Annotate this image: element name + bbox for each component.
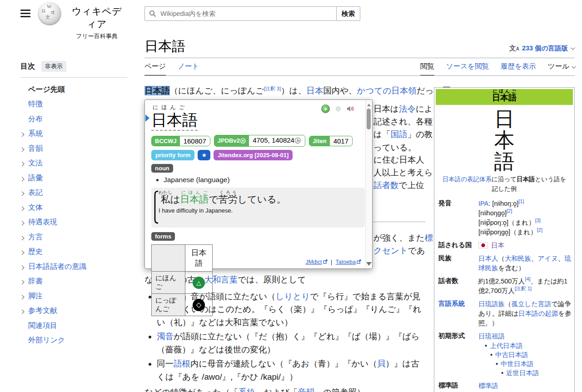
reference-link[interactable]: [注釈 1] [515,286,532,291]
search-input[interactable] [144,6,337,21]
reference-link[interactable]: [2] [507,208,512,213]
reference-link[interactable]: [1] [518,198,524,204]
chevron-right-icon[interactable] [20,280,24,284]
inline-link[interactable]: 法令 [399,104,416,114]
toc-item[interactable]: 参考文献 [20,304,127,319]
toc-item[interactable]: 外部リンク [20,333,127,348]
chevron-right-icon[interactable] [20,177,24,181]
tab-read[interactable]: 閲覧 [420,62,434,75]
tatoeba-link[interactable]: Tatoeba [336,259,356,265]
chevron-right-icon[interactable] [20,310,24,314]
wikipedia-logo[interactable]: WΩヰ文 [38,2,61,25]
scroll-up-icon[interactable] [367,104,371,106]
toc-item[interactable]: 脚注 [20,289,127,304]
inline-link[interactable]: 日琉語族 [478,300,505,308]
inline-link[interactable]: IPA [478,200,488,207]
inline-link[interactable]: 標 [425,233,433,243]
add-note-button[interactable]: + [321,104,330,113]
chevron-right-icon[interactable] [20,295,24,299]
tab-talk[interactable]: ノート [178,62,199,75]
inline-link[interactable]: 日琉祖語 [478,332,505,340]
inline-link[interactable]: 話者数 [373,180,399,190]
scrollbar-thumb[interactable] [367,109,371,129]
inline-link[interactable]: 濁音 [157,332,174,341]
toc-item[interactable]: 歴史 [20,245,127,260]
jmdict-link[interactable]: JMdict [305,259,322,265]
language-selector[interactable]: 文A 233 個の言語版 [509,44,574,53]
toc-item[interactable]: 語彙 [20,171,127,186]
chevron-right-icon[interactable] [20,133,24,137]
reference-link[interactable]: [注釈 3] [264,86,281,91]
toc-item[interactable]: 文法 [20,156,127,171]
tab-tools[interactable]: ツール [548,62,575,75]
toc-item[interactable]: 方言 [20,230,127,245]
toc-item-top[interactable]: ページ先頭 [20,82,127,97]
inline-link[interactable]: 語根 [174,359,190,368]
text-segment: 約1億2,500万人 [478,278,525,285]
inline-link[interactable]: クセント [373,246,408,255]
site-wordmark[interactable]: ウィキペディア フリー百科事典 [67,5,126,40]
chevron-right-icon[interactable] [20,192,24,196]
inline-link[interactable]: 日本人 [478,255,498,262]
chevron-right-icon[interactable] [20,236,24,240]
inline-link[interactable]: 日本 [306,86,323,95]
list-item[interactable]: •中世日本語 [478,359,572,368]
tab-history[interactable]: 履歴を表示 [501,62,536,75]
star-button[interactable]: ★ [198,150,210,160]
inline-link[interactable]: 国語 [390,129,407,139]
chevron-right-icon[interactable] [20,251,24,255]
inline-link[interactable]: 大和民族 [505,255,531,262]
inline-link[interactable]: 日本 [491,242,504,249]
toc-item[interactable]: 文体 [20,200,127,215]
inline-link[interactable]: アイヌ [538,255,558,262]
list-item[interactable]: •上代日本語 [478,341,572,350]
reference-link[interactable]: [2] [537,227,542,233]
scroll-down-icon[interactable] [366,262,372,266]
inline-link[interactable]: 標準語 [478,382,498,389]
add-note-secondary-button[interactable] [336,106,341,111]
list-item[interactable]: •近世日本語 [478,368,572,377]
row-label-link[interactable]: 言語系統 [436,298,478,330]
inline-link[interactable]: 日本語の表記体系 [443,176,492,183]
inline-link[interactable]: しりとり [276,292,310,301]
chevron-right-icon[interactable] [20,221,24,225]
inline-link[interactable]: 貝 [377,359,386,368]
toc-title: 目次 [20,62,35,71]
toc-item[interactable]: 表記 [20,186,127,201]
list-item[interactable]: •中古日本語 [478,350,572,359]
toc-item[interactable]: 系統 [20,127,127,142]
external-link-icon [357,259,361,264]
inline-link[interactable]: 日本語の起源 [518,310,558,317]
chevron-right-icon[interactable] [20,162,24,166]
inline-link[interactable]: 孤立した言語 [512,300,552,308]
toc-hide-button[interactable]: 非表示 [41,61,66,72]
menu-icon[interactable] [20,10,30,17]
inline-link[interactable]: かつての日本領 [357,86,417,95]
tab-view-source[interactable]: ソースを閲覧 [446,62,489,75]
text-segment: 」の節参照）。 [314,387,373,392]
popup-scrollbar[interactable] [365,100,372,268]
text-segment: 人以上と考えら [373,168,433,177]
toc-item[interactable]: 日本語話者の意識 [20,259,127,274]
chevron-right-icon[interactable] [20,147,24,151]
toc-item[interactable]: 待遇表現 [20,215,127,230]
text-segment: を含む） [498,264,525,272]
reference-link[interactable]: [3] [535,218,541,223]
toc-item[interactable]: 特徴 [20,97,127,112]
tabs-divider [144,75,575,76]
toc-item[interactable]: 音韻 [20,141,127,156]
language-count: 233 個の言語版 [522,44,568,53]
inline-link[interactable]: 音韻 [298,387,314,392]
toc-item[interactable]: 関連項目 [20,318,127,333]
tab-page[interactable]: ページ [144,62,166,75]
languages-icon: 文A [509,44,519,53]
play-audio-button[interactable] [347,105,355,112]
reference-link[interactable]: [4] [525,276,530,282]
chevron-right-icon[interactable] [20,265,24,269]
inline-link[interactable]: 系統 [239,387,255,392]
toc-item[interactable]: 辞書 [20,274,127,289]
toc-item[interactable]: 分布 [20,112,127,127]
chevron-right-icon[interactable] [20,206,24,210]
infobox-row: 話される国 日本 [436,239,573,252]
search-button[interactable]: 検索 [336,6,360,21]
